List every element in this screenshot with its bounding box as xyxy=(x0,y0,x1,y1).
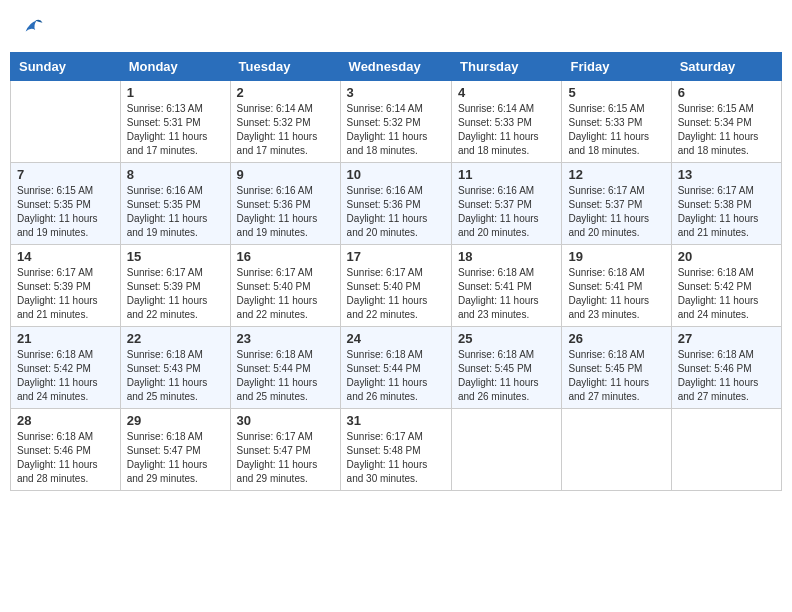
calendar-cell: 3Sunrise: 6:14 AMSunset: 5:32 PMDaylight… xyxy=(340,81,451,163)
day-number: 1 xyxy=(127,85,224,100)
calendar-cell: 31Sunrise: 6:17 AMSunset: 5:48 PMDayligh… xyxy=(340,409,451,491)
calendar-cell xyxy=(452,409,562,491)
day-detail: Sunrise: 6:14 AMSunset: 5:32 PMDaylight:… xyxy=(237,102,334,158)
calendar-cell: 9Sunrise: 6:16 AMSunset: 5:36 PMDaylight… xyxy=(230,163,340,245)
day-detail: Sunrise: 6:14 AMSunset: 5:32 PMDaylight:… xyxy=(347,102,445,158)
calendar-cell: 12Sunrise: 6:17 AMSunset: 5:37 PMDayligh… xyxy=(562,163,671,245)
calendar-cell: 10Sunrise: 6:16 AMSunset: 5:36 PMDayligh… xyxy=(340,163,451,245)
day-detail: Sunrise: 6:16 AMSunset: 5:36 PMDaylight:… xyxy=(347,184,445,240)
calendar-cell: 16Sunrise: 6:17 AMSunset: 5:40 PMDayligh… xyxy=(230,245,340,327)
calendar-cell: 20Sunrise: 6:18 AMSunset: 5:42 PMDayligh… xyxy=(671,245,781,327)
day-detail: Sunrise: 6:18 AMSunset: 5:44 PMDaylight:… xyxy=(237,348,334,404)
page-header xyxy=(10,10,782,42)
calendar-cell: 28Sunrise: 6:18 AMSunset: 5:46 PMDayligh… xyxy=(11,409,121,491)
day-number: 25 xyxy=(458,331,555,346)
calendar-cell xyxy=(671,409,781,491)
calendar-cell: 26Sunrise: 6:18 AMSunset: 5:45 PMDayligh… xyxy=(562,327,671,409)
logo-bird-icon xyxy=(22,15,44,37)
calendar-cell: 8Sunrise: 6:16 AMSunset: 5:35 PMDaylight… xyxy=(120,163,230,245)
day-number: 18 xyxy=(458,249,555,264)
calendar-cell: 6Sunrise: 6:15 AMSunset: 5:34 PMDaylight… xyxy=(671,81,781,163)
calendar-cell: 4Sunrise: 6:14 AMSunset: 5:33 PMDaylight… xyxy=(452,81,562,163)
calendar-week-row: 7Sunrise: 6:15 AMSunset: 5:35 PMDaylight… xyxy=(11,163,782,245)
day-number: 19 xyxy=(568,249,664,264)
day-header-friday: Friday xyxy=(562,53,671,81)
day-detail: Sunrise: 6:17 AMSunset: 5:47 PMDaylight:… xyxy=(237,430,334,486)
day-number: 7 xyxy=(17,167,114,182)
day-number: 23 xyxy=(237,331,334,346)
calendar-cell: 17Sunrise: 6:17 AMSunset: 5:40 PMDayligh… xyxy=(340,245,451,327)
calendar-cell: 30Sunrise: 6:17 AMSunset: 5:47 PMDayligh… xyxy=(230,409,340,491)
day-detail: Sunrise: 6:16 AMSunset: 5:37 PMDaylight:… xyxy=(458,184,555,240)
day-detail: Sunrise: 6:17 AMSunset: 5:38 PMDaylight:… xyxy=(678,184,775,240)
day-detail: Sunrise: 6:18 AMSunset: 5:45 PMDaylight:… xyxy=(568,348,664,404)
day-detail: Sunrise: 6:17 AMSunset: 5:40 PMDaylight:… xyxy=(347,266,445,322)
calendar-cell: 5Sunrise: 6:15 AMSunset: 5:33 PMDaylight… xyxy=(562,81,671,163)
day-number: 10 xyxy=(347,167,445,182)
calendar-cell: 2Sunrise: 6:14 AMSunset: 5:32 PMDaylight… xyxy=(230,81,340,163)
calendar-cell: 1Sunrise: 6:13 AMSunset: 5:31 PMDaylight… xyxy=(120,81,230,163)
calendar-cell: 29Sunrise: 6:18 AMSunset: 5:47 PMDayligh… xyxy=(120,409,230,491)
calendar-week-row: 21Sunrise: 6:18 AMSunset: 5:42 PMDayligh… xyxy=(11,327,782,409)
day-number: 27 xyxy=(678,331,775,346)
day-header-sunday: Sunday xyxy=(11,53,121,81)
day-detail: Sunrise: 6:18 AMSunset: 5:46 PMDaylight:… xyxy=(678,348,775,404)
day-number: 9 xyxy=(237,167,334,182)
logo xyxy=(20,15,44,37)
day-number: 12 xyxy=(568,167,664,182)
calendar-cell: 21Sunrise: 6:18 AMSunset: 5:42 PMDayligh… xyxy=(11,327,121,409)
day-detail: Sunrise: 6:14 AMSunset: 5:33 PMDaylight:… xyxy=(458,102,555,158)
calendar-week-row: 14Sunrise: 6:17 AMSunset: 5:39 PMDayligh… xyxy=(11,245,782,327)
day-detail: Sunrise: 6:15 AMSunset: 5:33 PMDaylight:… xyxy=(568,102,664,158)
day-number: 22 xyxy=(127,331,224,346)
day-header-wednesday: Wednesday xyxy=(340,53,451,81)
day-detail: Sunrise: 6:18 AMSunset: 5:43 PMDaylight:… xyxy=(127,348,224,404)
day-number: 8 xyxy=(127,167,224,182)
day-header-saturday: Saturday xyxy=(671,53,781,81)
day-number: 11 xyxy=(458,167,555,182)
day-number: 6 xyxy=(678,85,775,100)
calendar-cell: 18Sunrise: 6:18 AMSunset: 5:41 PMDayligh… xyxy=(452,245,562,327)
day-detail: Sunrise: 6:17 AMSunset: 5:37 PMDaylight:… xyxy=(568,184,664,240)
day-number: 17 xyxy=(347,249,445,264)
day-number: 16 xyxy=(237,249,334,264)
calendar-cell: 25Sunrise: 6:18 AMSunset: 5:45 PMDayligh… xyxy=(452,327,562,409)
calendar-cell: 15Sunrise: 6:17 AMSunset: 5:39 PMDayligh… xyxy=(120,245,230,327)
day-number: 14 xyxy=(17,249,114,264)
day-number: 21 xyxy=(17,331,114,346)
calendar-cell: 11Sunrise: 6:16 AMSunset: 5:37 PMDayligh… xyxy=(452,163,562,245)
day-number: 28 xyxy=(17,413,114,428)
day-number: 24 xyxy=(347,331,445,346)
calendar-cell: 13Sunrise: 6:17 AMSunset: 5:38 PMDayligh… xyxy=(671,163,781,245)
day-detail: Sunrise: 6:18 AMSunset: 5:41 PMDaylight:… xyxy=(458,266,555,322)
day-number: 31 xyxy=(347,413,445,428)
day-detail: Sunrise: 6:17 AMSunset: 5:40 PMDaylight:… xyxy=(237,266,334,322)
day-number: 15 xyxy=(127,249,224,264)
day-detail: Sunrise: 6:18 AMSunset: 5:44 PMDaylight:… xyxy=(347,348,445,404)
day-number: 2 xyxy=(237,85,334,100)
calendar-cell: 19Sunrise: 6:18 AMSunset: 5:41 PMDayligh… xyxy=(562,245,671,327)
calendar-cell xyxy=(562,409,671,491)
day-detail: Sunrise: 6:17 AMSunset: 5:39 PMDaylight:… xyxy=(127,266,224,322)
day-number: 29 xyxy=(127,413,224,428)
day-detail: Sunrise: 6:17 AMSunset: 5:39 PMDaylight:… xyxy=(17,266,114,322)
day-detail: Sunrise: 6:18 AMSunset: 5:47 PMDaylight:… xyxy=(127,430,224,486)
day-detail: Sunrise: 6:18 AMSunset: 5:46 PMDaylight:… xyxy=(17,430,114,486)
day-detail: Sunrise: 6:16 AMSunset: 5:36 PMDaylight:… xyxy=(237,184,334,240)
day-number: 20 xyxy=(678,249,775,264)
calendar-week-row: 1Sunrise: 6:13 AMSunset: 5:31 PMDaylight… xyxy=(11,81,782,163)
day-number: 4 xyxy=(458,85,555,100)
calendar-cell: 27Sunrise: 6:18 AMSunset: 5:46 PMDayligh… xyxy=(671,327,781,409)
day-detail: Sunrise: 6:18 AMSunset: 5:45 PMDaylight:… xyxy=(458,348,555,404)
day-detail: Sunrise: 6:15 AMSunset: 5:35 PMDaylight:… xyxy=(17,184,114,240)
day-header-monday: Monday xyxy=(120,53,230,81)
calendar-cell: 7Sunrise: 6:15 AMSunset: 5:35 PMDaylight… xyxy=(11,163,121,245)
calendar-cell: 14Sunrise: 6:17 AMSunset: 5:39 PMDayligh… xyxy=(11,245,121,327)
calendar-header-row: SundayMondayTuesdayWednesdayThursdayFrid… xyxy=(11,53,782,81)
day-header-tuesday: Tuesday xyxy=(230,53,340,81)
calendar-table: SundayMondayTuesdayWednesdayThursdayFrid… xyxy=(10,52,782,491)
day-detail: Sunrise: 6:16 AMSunset: 5:35 PMDaylight:… xyxy=(127,184,224,240)
day-number: 3 xyxy=(347,85,445,100)
day-header-thursday: Thursday xyxy=(452,53,562,81)
day-number: 5 xyxy=(568,85,664,100)
